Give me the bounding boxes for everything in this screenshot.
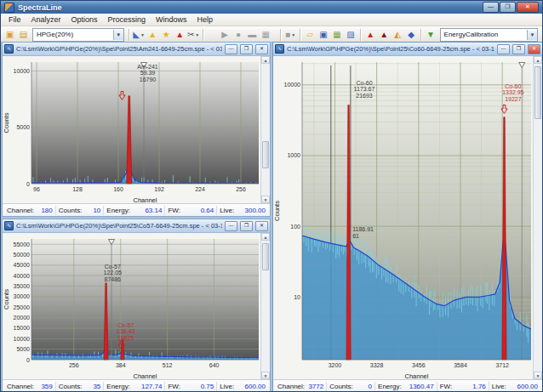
spectrum-chart-am241[interactable]: Am-24159.3916790961281601922242560500010…	[3, 56, 261, 203]
maximize-button[interactable]: ❐	[240, 221, 253, 231]
minimize-button[interactable]: —	[225, 221, 237, 231]
svg-text:87486: 87486	[105, 276, 122, 282]
svg-text:100: 100	[290, 224, 300, 230]
scroll-up-icon[interactable]: ▲	[534, 56, 542, 64]
minimize-button[interactable]: —	[225, 44, 237, 54]
close-button[interactable]: ✕	[517, 2, 539, 13]
svg-text:10825: 10825	[117, 335, 134, 341]
svg-text:3328: 3328	[370, 362, 384, 368]
menu-analyzer[interactable]: Analyzer	[26, 15, 66, 24]
calibration-combo[interactable]: EnergyCalibration ▼	[440, 28, 538, 42]
window-am241-titlebar[interactable]: ∿ C:\Lsm\Work\GP\HPGe(20%)\Spe\Point25\A…	[3, 43, 270, 56]
fw-value: 0.64	[201, 207, 214, 214]
svg-text:Co-60: Co-60	[356, 80, 372, 86]
svg-text:55000: 55000	[14, 241, 31, 247]
scrollbar-thumb[interactable]	[262, 141, 269, 168]
svg-text:21693: 21693	[356, 93, 373, 99]
peak-star-icon[interactable]: ★	[160, 28, 173, 42]
spectrum-chart-co57[interactable]: Co-57122.0587486Co-57136.431082525638451…	[3, 233, 261, 379]
vertical-scrollbar[interactable]: ▲ ▼	[260, 56, 270, 203]
copy-image-icon[interactable]: ▦	[331, 28, 344, 42]
svg-text:1186.91: 1186.91	[352, 226, 374, 232]
svg-text:Channel: Channel	[134, 196, 157, 203]
window-am241-statusbar: Channel:180 Counts:10 Energy:63.14 FW:0.…	[3, 203, 270, 216]
scrollbar-thumb[interactable]	[262, 243, 269, 270]
svg-text:10000: 10000	[284, 82, 301, 88]
spectrum-file-icon: ∿	[4, 221, 14, 230]
minimize-button[interactable]: —	[483, 2, 499, 13]
nuclide-peak-dark-icon[interactable]: ▲	[378, 28, 391, 42]
pause-acquisition-icon[interactable]: ▬	[246, 28, 259, 42]
menubar: File Analyzer Options Processing Windows…	[1, 14, 542, 26]
stop-acquisition-icon[interactable]: ▦	[260, 28, 272, 42]
svg-text:3456: 3456	[412, 362, 426, 368]
spectrum-table-icon[interactable]: ▤	[17, 28, 30, 42]
scroll-up-icon[interactable]: ▲	[261, 56, 270, 64]
svg-text:59.39: 59.39	[140, 70, 156, 76]
svg-text:256: 256	[69, 362, 79, 368]
record-acquisition-icon[interactable]: ●	[232, 28, 245, 42]
svg-text:Channel: Channel	[134, 372, 157, 379]
minimize-button[interactable]: —	[497, 44, 510, 54]
combo-arrow-icon[interactable]: ▼	[527, 30, 537, 40]
svg-text:Channel: Channel	[405, 372, 429, 379]
nuclide-peak-red-icon[interactable]: ▲	[364, 28, 377, 42]
nuclide-peak-blue-icon[interactable]: ◆	[405, 28, 418, 42]
nuclide-peak-half-icon[interactable]: ◭	[392, 28, 404, 42]
vertical-scrollbar[interactable]: ▲ ▼	[260, 233, 270, 379]
peak-marker-icon[interactable]: ▲	[174, 28, 186, 42]
start-acquisition-icon[interactable]: ▶	[219, 28, 231, 42]
svg-text:19227: 19227	[505, 96, 522, 102]
counts-value: 0	[369, 383, 372, 390]
close-button[interactable]: ✕	[255, 44, 268, 54]
display-mode-icon[interactable]: ■▼	[284, 28, 297, 42]
window-co57-titlebar[interactable]: ∿ C:\Lsm\Work\GP\HPGe(20%)\Spe\Point25\C…	[3, 219, 270, 233]
peaks-yellow-icon[interactable]: ▲	[146, 28, 159, 42]
app-title: SpectraLine	[18, 3, 479, 12]
scroll-down-icon[interactable]: ▼	[534, 372, 542, 379]
window-co57[interactable]: ∿ C:\Lsm\Work\GP\HPGe(20%)\Spe\Point25\C…	[2, 219, 271, 392]
window-co57-statusbar: Channel:359 Counts:35 Energy:127.74 FW:0…	[3, 379, 270, 392]
svg-text:192: 192	[154, 186, 164, 192]
combo-arrow-icon[interactable]: ▼	[113, 30, 123, 40]
svg-text:Co-57: Co-57	[117, 322, 134, 328]
save-spectrum-icon[interactable]: ▣	[317, 28, 330, 42]
svg-text:3584: 3584	[454, 362, 467, 368]
peak-search-icon[interactable]: ◣▼	[133, 28, 146, 42]
window-am241[interactable]: ∿ C:\Lsm\Work\GP\HPGe(20%)\Spe\Point25\A…	[2, 42, 271, 217]
close-button[interactable]: ✕	[528, 44, 540, 54]
app-titlebar[interactable]: SpectraLine — ❐ ✕	[1, 1, 542, 14]
cut-roi-icon[interactable]: ✂▼	[187, 28, 200, 42]
svg-text:3712: 3712	[495, 362, 509, 368]
window-co60[interactable]: ∿ C:\Lsm\Work\GP\HPGe(20%)\Spe\Point25\C…	[272, 42, 543, 392]
menu-help[interactable]: Help	[192, 15, 219, 24]
menu-windows[interactable]: Windows	[151, 15, 192, 24]
maximize-button[interactable]: ❐	[512, 44, 525, 54]
close-button[interactable]: ✕	[255, 221, 268, 231]
menu-processing[interactable]: Processing	[103, 15, 151, 24]
vertical-scrollbar[interactable]: ▲ ▼	[533, 56, 542, 379]
svg-text:35000: 35000	[14, 283, 31, 289]
app-icon	[4, 3, 14, 13]
spectrum-chart-co60[interactable]: Co-601173.6721693Co-601332.95192271186.9…	[273, 56, 534, 379]
window-co60-titlebar[interactable]: ∿ C:\Lsm\Work\GP\HPGe(20%)\Spe\Point25\C…	[273, 43, 542, 56]
scroll-up-icon[interactable]: ▲	[261, 233, 270, 241]
svg-text:122.05: 122.05	[104, 270, 123, 276]
detector-combo[interactable]: HPGe(20%) ▼	[32, 28, 124, 42]
scroll-down-icon[interactable]: ▼	[261, 196, 270, 203]
scroll-down-icon[interactable]: ▼	[261, 372, 270, 379]
mdi-area: ∿ C:\Lsm\Work\GP\HPGe(20%)\Spe\Point25\A…	[1, 42, 542, 391]
open-spectrum-icon[interactable]: ▱	[304, 28, 317, 42]
connect-detector-icon[interactable]: ▣	[3, 28, 16, 42]
svg-text:1332.95: 1332.95	[502, 89, 523, 95]
channel-value: 359	[41, 383, 52, 390]
spectrum-file-icon: ∿	[4, 44, 14, 54]
menu-file[interactable]: File	[3, 15, 26, 24]
export-image-icon[interactable]: ▨	[345, 28, 357, 42]
scrollbar-thumb[interactable]	[534, 66, 541, 119]
efficiency-icon[interactable]: ▼	[425, 28, 437, 42]
maximize-button[interactable]: ❐	[500, 2, 516, 13]
svg-text:640: 640	[209, 362, 220, 368]
menu-options[interactable]: Options	[66, 15, 103, 24]
maximize-button[interactable]: ❐	[240, 44, 253, 54]
